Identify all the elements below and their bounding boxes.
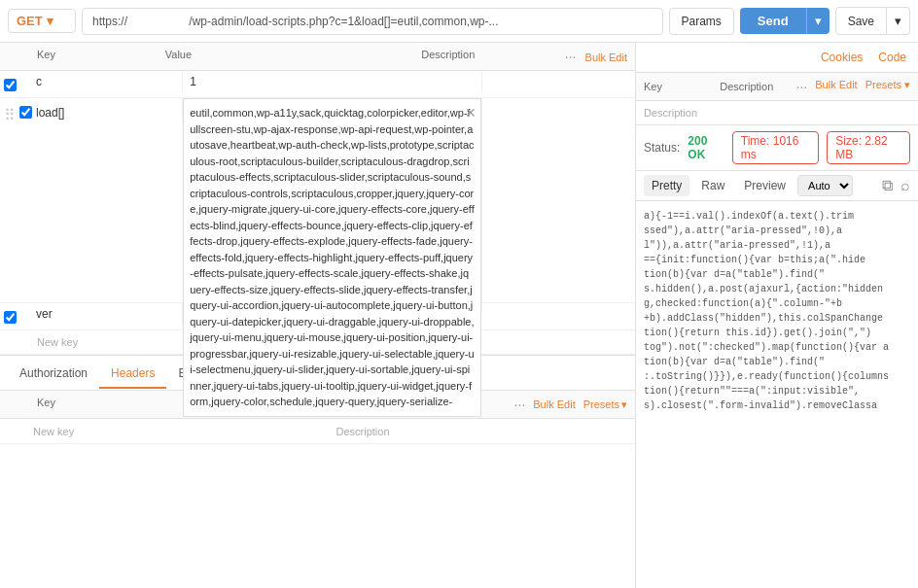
status-bar: Status: 200 OK Time: 1016 ms Size: 2.82 … — [636, 125, 918, 171]
right-new-key-placeholder: Description — [644, 107, 697, 119]
send-dropdown-button[interactable]: ▾ — [806, 8, 830, 34]
check-col-header — [8, 49, 37, 64]
tab-preview-label: Preview — [744, 179, 786, 192]
row-checkbox[interactable] — [4, 79, 17, 91]
time-label: Time: — [741, 134, 770, 148]
headers-desc-placeholder: Description — [336, 426, 390, 437]
send-button-group: Send ▾ — [740, 8, 830, 34]
desc-col — [482, 303, 635, 311]
right-code-area: a){-1==i.val().indexOf(a.text().trim sse… — [636, 201, 918, 588]
new-key-placeholder[interactable]: New key — [37, 336, 78, 348]
left-panel: Key Value Description ··· Bulk Edit c 1 — [0, 43, 636, 588]
rh-presets-chevron-icon: ▾ — [904, 79, 910, 90]
search-icon[interactable]: ⌕ — [900, 177, 910, 194]
send-button[interactable]: Send — [740, 8, 806, 34]
headers-dots-menu[interactable]: ··· — [514, 397, 526, 412]
headers-new-key-placeholder[interactable]: New key — [33, 426, 74, 437]
size-badge: Size: 2.82 MB — [827, 131, 910, 164]
desc-col — [482, 71, 635, 79]
copy-icon[interactable]: ⧉ — [882, 177, 893, 194]
table-row: ⠿ load[] ✕ eutil,common,wp-a11y,sack,qui… — [0, 98, 635, 303]
cookies-tab[interactable]: Cookies — [817, 47, 866, 68]
rh-desc-header: Description — [720, 81, 795, 92]
key-col: load[] — [29, 98, 183, 123]
headers-key-col: New key — [29, 421, 333, 442]
right-headers-area: Key Description ··· Bulk Edit Presets ▾ … — [636, 73, 918, 125]
size-label: Size: — [835, 134, 862, 148]
method-chevron-icon: ▾ — [47, 14, 53, 28]
headers-new-key-row: New key Description — [0, 419, 635, 444]
method-label: GET — [17, 14, 43, 28]
actions-col-header: ··· Bulk Edit — [549, 49, 627, 64]
actions-header: ··· Bulk Edit Presets ▾ — [501, 397, 627, 412]
headers-desc-col: Description — [333, 421, 636, 442]
method-select[interactable]: GET ▾ — [8, 9, 76, 33]
key-col: c — [29, 71, 183, 92]
desc-col-header: Description — [421, 49, 549, 64]
rh-dots-menu[interactable]: ··· — [796, 79, 808, 94]
top-bar: GET ▾ Params Send ▾ Save ▾ — [0, 0, 918, 43]
headers-check-col — [0, 428, 29, 435]
right-headers-header: Key Description ··· Bulk Edit Presets ▾ — [636, 73, 918, 101]
value-col: 1 — [183, 71, 482, 92]
main-area: Key Value Description ··· Bulk Edit c 1 — [0, 43, 918, 588]
right-new-key: Description — [636, 101, 918, 124]
status-label: Status: — [644, 141, 680, 155]
param-value: 1 — [187, 72, 199, 91]
key-col-header: Key — [37, 49, 165, 64]
tab-authorization-label: Authorization — [19, 366, 88, 380]
param-key: c — [33, 72, 45, 91]
response-tabs: Pretty Raw Preview Auto ⧉ ⌕ — [636, 171, 918, 201]
rh-key-header: Key — [644, 81, 720, 92]
rh-presets-label: Presets — [865, 79, 901, 90]
tab-pretty-label: Pretty — [652, 179, 682, 192]
row-checkbox[interactable] — [4, 311, 17, 324]
presets-chevron-icon: ▾ — [621, 398, 627, 411]
tab-authorization[interactable]: Authorization — [8, 359, 99, 388]
url-input[interactable] — [82, 8, 663, 35]
headers-bulk-edit[interactable]: Bulk Edit — [533, 398, 575, 410]
params-table-header: Key Value Description ··· Bulk Edit — [0, 43, 635, 71]
save-button-group: Save ▾ — [835, 7, 910, 35]
save-dropdown-button[interactable]: ▾ — [887, 7, 910, 35]
value-expanded[interactable]: ✕ eutil,common,wp-a11y,sack,quicktag,col… — [183, 98, 481, 417]
tab-headers-label: Headers — [111, 366, 155, 380]
check-col — [0, 71, 29, 97]
tab-raw-label: Raw — [701, 179, 724, 192]
check-col — [0, 303, 29, 329]
key-col: ver — [29, 303, 183, 325]
tab-raw[interactable]: Raw — [693, 175, 732, 196]
right-code-text: a){-1==i.val().indexOf(a.text().trim sse… — [644, 211, 889, 411]
param-key: ver — [33, 304, 55, 324]
table-row: c 1 — [0, 71, 635, 98]
check-header — [8, 397, 37, 412]
params-table: Key Value Description ··· Bulk Edit c 1 — [0, 43, 635, 356]
value-col: ✕ eutil,common,wp-a11y,sack,quicktag,col… — [183, 98, 482, 302]
time-badge: Time: 1016 ms — [732, 131, 820, 164]
tab-headers[interactable]: Headers — [99, 359, 166, 388]
presets-label: Presets — [583, 398, 619, 410]
tab-preview[interactable]: Preview — [736, 175, 794, 196]
param-key: load[] — [33, 103, 67, 122]
value-col-header: Value — [165, 49, 422, 64]
check-col: ⠿ — [0, 98, 29, 130]
resp-icons: ⧉ ⌕ — [882, 177, 910, 194]
right-panel: Cookies Code Key Description ··· Bulk Ed… — [636, 43, 918, 588]
code-tab[interactable]: Code — [874, 47, 910, 68]
headers-presets[interactable]: Presets ▾ — [583, 398, 627, 411]
rh-presets[interactable]: Presets ▾ — [865, 79, 910, 94]
format-select[interactable]: Auto — [797, 175, 853, 196]
rh-bulk-edit[interactable]: Bulk Edit — [815, 79, 857, 94]
close-icon[interactable]: ✕ — [465, 103, 477, 123]
drag-handle-icon: ⠿ — [4, 106, 16, 124]
params-button[interactable]: Params — [669, 8, 734, 35]
save-button[interactable]: Save — [835, 7, 887, 35]
status-value: 200 OK — [688, 134, 724, 161]
right-top-tabs: Cookies Code — [636, 43, 918, 73]
bulk-edit-button[interactable]: Bulk Edit — [585, 52, 627, 63]
desc-col — [482, 98, 635, 106]
rh-actions-header: ··· Bulk Edit Presets ▾ — [796, 79, 910, 94]
expanded-value-text: eutil,common,wp-a11y,sack,quicktag,color… — [190, 107, 474, 407]
tab-pretty[interactable]: Pretty — [644, 175, 689, 196]
dots-menu[interactable]: ··· — [565, 49, 577, 64]
